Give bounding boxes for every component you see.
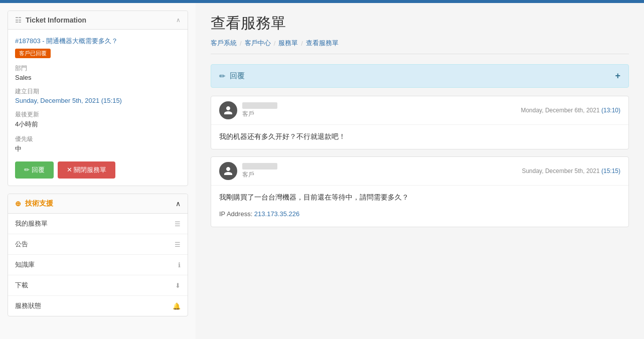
plus-icon[interactable]: + xyxy=(615,71,620,81)
priority-row: 優先級 中 xyxy=(15,135,181,153)
avatar-2 xyxy=(219,162,237,180)
avatar-1 xyxy=(219,101,237,119)
action-buttons: ✏ 回覆 ✕ 關閉服務單 xyxy=(15,161,181,179)
reply-button[interactable]: ✏ 回覆 xyxy=(15,161,54,179)
breadcrumb-current: 查看服務單 xyxy=(306,39,339,48)
author-name-blur-1 xyxy=(242,102,277,109)
nav-item-knowledge[interactable]: 知識庫 ℹ xyxy=(8,255,188,275)
pencil-icon: ✏ xyxy=(219,72,226,81)
tech-support-title: ⊕ 技術支援 xyxy=(15,199,53,208)
breadcrumb: 客戶系統 / 客戶中心 / 服務單 / 查看服務單 xyxy=(211,39,629,54)
updated-row: 最後更新 4小時前 xyxy=(15,110,181,129)
message-body-2: 我剛購買了一台台灣機器，目前還在等待中，請問需要多久？ IP Address: … xyxy=(211,185,628,226)
breadcrumb-customer-system[interactable]: 客戶系統 xyxy=(211,39,237,48)
nav-item-downloads[interactable]: 下載 ⬇ xyxy=(8,275,188,296)
list-icon: ☰ xyxy=(175,220,181,228)
tech-support-label: 技術支援 xyxy=(25,199,53,208)
updated-label: 最後更新 xyxy=(15,110,181,119)
nav-label-service-status: 服務狀態 xyxy=(15,301,41,310)
breadcrumb-sep-1: / xyxy=(240,40,242,47)
updated-value: 4小時前 xyxy=(15,120,181,129)
message-body-1: 我的机器还有多久开好？不行就退款吧！ xyxy=(211,124,628,149)
tech-support-section: ⊕ 技術支援 ∧ 我的服務單 ☰ 公告 ☰ 知識庫 ℹ xyxy=(8,194,188,316)
priority-value: 中 xyxy=(15,144,181,153)
message-author-1: 客戶 xyxy=(219,101,277,119)
breadcrumb-sep-3: / xyxy=(301,40,303,47)
breadcrumb-sep-2: / xyxy=(274,40,276,47)
created-value: Sunday, December 5th, 2021 (15:15) xyxy=(15,97,181,104)
close-ticket-button[interactable]: ✕ 關閉服務單 xyxy=(58,161,116,179)
dept-value: Sales xyxy=(15,74,181,81)
info-icon: ℹ xyxy=(178,261,181,269)
nav-label-my-tickets: 我的服務單 xyxy=(15,219,48,228)
sidebar: ☷ Ticket Information ∧ #187803 - 開通機器大概需… xyxy=(0,3,196,339)
nav-item-my-tickets[interactable]: 我的服務單 ☰ xyxy=(8,214,188,234)
user-icon-1 xyxy=(223,105,233,115)
nav-item-service-status[interactable]: 服務狀態 🔔 xyxy=(8,296,188,316)
priority-label: 優先級 xyxy=(15,135,181,143)
ip-link[interactable]: 213.173.35.226 xyxy=(254,210,299,218)
tech-support-header: ⊕ 技術支援 ∧ xyxy=(8,194,188,214)
ip-address: IP Address: 213.173.35.226 xyxy=(219,209,620,220)
reply-bar-label: 回覆 xyxy=(230,71,245,81)
ticket-info-label: Ticket Information xyxy=(26,16,86,24)
tech-nav-list: 我的服務單 ☰ 公告 ☰ 知識庫 ℹ 下載 ⬇ 服務狀態 🔔 xyxy=(8,214,188,316)
announcement-icon: ☰ xyxy=(175,241,181,248)
bell-icon: 🔔 xyxy=(173,302,181,310)
author-name-blur-2 xyxy=(242,163,277,169)
message-time-1: Monday, December 6th, 2021 (13:10) xyxy=(521,107,620,114)
message-header-1: 客戶 Monday, December 6th, 2021 (13:10) xyxy=(211,96,628,124)
breadcrumb-customer-center[interactable]: 客戶中心 xyxy=(245,39,271,48)
message-time-2: Sunday, December 5th, 2021 (15:15) xyxy=(522,167,620,175)
message-card-2: 客戶 Sunday, December 5th, 2021 (15:15) 我剛… xyxy=(211,156,629,227)
ticket-info-body: #187803 - 開通機器大概需要多久？ 客戶已回覆 部門 Sales 建立日… xyxy=(8,30,188,186)
ticket-info-title: ☷ Ticket Information xyxy=(15,16,86,24)
user-icon-2 xyxy=(223,166,233,176)
ticket-number-link[interactable]: #187803 - 開通機器大概需要多久？ xyxy=(15,37,118,45)
tech-icon: ⊕ xyxy=(15,200,21,208)
page-title: 查看服務單 xyxy=(211,13,629,34)
author-info-2: 客戶 xyxy=(242,163,277,179)
tech-chevron-up-icon[interactable]: ∧ xyxy=(176,200,181,208)
created-label: 建立日期 xyxy=(15,87,181,96)
main-content: 查看服務單 客戶系統 / 客戶中心 / 服務單 / 查看服務單 ✏ 回覆 + xyxy=(196,3,644,339)
ticket-info-header: ☷ Ticket Information ∧ xyxy=(8,11,188,30)
download-icon: ⬇ xyxy=(175,282,181,289)
message-author-2: 客戶 xyxy=(219,162,277,180)
ticket-number: #187803 - 開通機器大概需要多久？ xyxy=(15,37,181,46)
nav-item-announcements[interactable]: 公告 ☰ xyxy=(8,234,188,255)
author-info-1: 客戶 xyxy=(242,102,277,118)
nav-label-downloads: 下載 xyxy=(15,281,28,290)
message-card-1: 客戶 Monday, December 6th, 2021 (13:10) 我的… xyxy=(211,96,629,149)
ticket-icon: ☷ xyxy=(15,16,22,24)
created-row: 建立日期 Sunday, December 5th, 2021 (15:15) xyxy=(15,87,181,104)
chevron-up-icon[interactable]: ∧ xyxy=(176,17,181,24)
dept-row: 部門 Sales xyxy=(15,64,181,81)
reply-bar-left: ✏ 回覆 xyxy=(219,71,245,81)
author-role-1: 客戶 xyxy=(242,110,277,118)
dept-label: 部門 xyxy=(15,64,181,73)
nav-label-announcements: 公告 xyxy=(15,240,28,249)
author-role-2: 客戶 xyxy=(242,171,277,179)
reply-bar[interactable]: ✏ 回覆 + xyxy=(211,64,629,88)
breadcrumb-tickets[interactable]: 服務單 xyxy=(278,39,298,48)
ticket-info-section: ☷ Ticket Information ∧ #187803 - 開通機器大概需… xyxy=(8,11,188,186)
nav-label-knowledge: 知識庫 xyxy=(15,260,35,269)
customer-replied-badge: 客戶已回覆 xyxy=(15,49,51,58)
message-header-2: 客戶 Sunday, December 5th, 2021 (15:15) xyxy=(211,157,628,185)
